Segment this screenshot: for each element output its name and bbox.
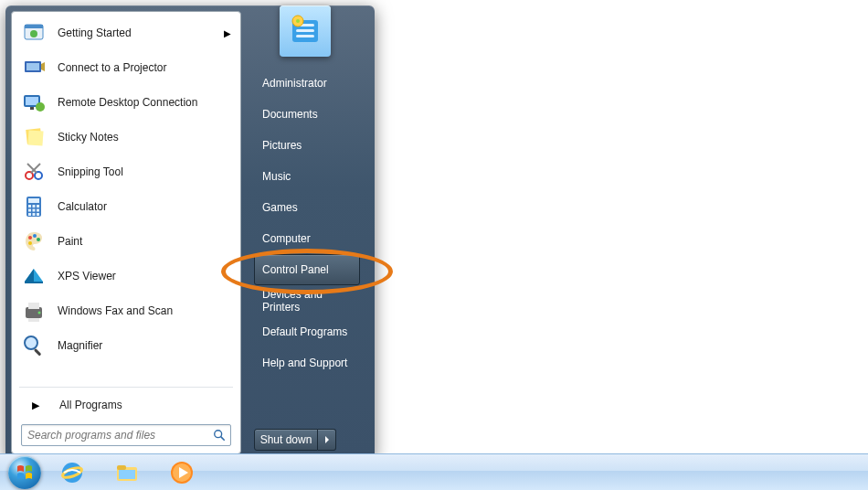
pinned-item-getting-started[interactable]: Getting Started▶ [12, 16, 240, 50]
taskbar [0, 453, 868, 490]
svg-rect-4 [26, 63, 39, 70]
taskbar-item-file-explorer[interactable] [101, 456, 153, 489]
all-programs-button[interactable]: ▶ All Programs [12, 391, 240, 419]
places-item-control-panel[interactable]: Control Panel [254, 254, 360, 285]
shutdown-label: Shut down [260, 433, 312, 446]
pinned-item-label: Paint [58, 235, 231, 248]
pinned-item-sticky-notes[interactable]: Sticky Notes [12, 120, 240, 154]
svg-rect-36 [34, 348, 41, 356]
svg-rect-10 [27, 130, 43, 145]
xps-viewer-icon [19, 261, 48, 291]
pinned-programs-list: Getting Started▶Connect to a ProjectorRe… [12, 16, 240, 383]
places-item-computer[interactable]: Computer [254, 223, 360, 254]
places-item-label: Pictures [262, 139, 302, 152]
shutdown-options-button[interactable] [318, 429, 336, 451]
svg-rect-49 [119, 470, 135, 479]
places-item-pictures[interactable]: Pictures [254, 130, 360, 161]
getting-started-icon [19, 18, 48, 48]
projector-icon [19, 53, 48, 82]
arrow-right-icon [323, 436, 331, 443]
sticky-notes-icon [19, 122, 48, 152]
svg-rect-30 [25, 282, 43, 283]
svg-rect-24 [33, 213, 36, 216]
pinned-item-remote-desktop[interactable]: Remote Desktop Connection [12, 85, 240, 120]
svg-point-34 [38, 312, 41, 314]
start-menu-left-pane: Getting Started▶Connect to a ProjectorRe… [11, 11, 241, 454]
svg-point-26 [28, 236, 32, 240]
shutdown-button[interactable]: Shut down [254, 429, 318, 451]
places-item-label: Help and Support [262, 357, 347, 369]
system-places-list: AdministratorDocumentsPicturesMusicGames… [254, 68, 360, 429]
svg-point-8 [36, 102, 45, 112]
places-item-games[interactable]: Games [254, 192, 360, 223]
svg-point-35 [25, 336, 37, 349]
pinned-item-fax-scan[interactable]: Windows Fax and Scan [12, 293, 240, 328]
svg-rect-48 [117, 465, 126, 470]
snipping-tool-icon [19, 157, 48, 186]
paint-icon [19, 227, 48, 256]
magnifier-icon [19, 331, 48, 360]
places-item-label: Administrator [262, 77, 327, 90]
pinned-item-snipping-tool[interactable]: Snipping Tool [12, 154, 240, 189]
svg-rect-33 [28, 318, 39, 322]
user-tile-icon [287, 13, 323, 49]
search-input[interactable] [22, 429, 208, 442]
places-item-label: Music [262, 170, 291, 183]
pinned-item-magnifier[interactable]: Magnifier [12, 328, 240, 363]
calculator-icon [19, 192, 48, 221]
start-button[interactable] [5, 454, 44, 491]
svg-rect-17 [28, 205, 31, 208]
pinned-item-projector[interactable]: Connect to a Projector [12, 50, 240, 85]
svg-line-38 [221, 437, 224, 440]
pinned-item-label: Calculator [58, 200, 231, 213]
shutdown-area: Shut down [254, 429, 360, 451]
places-item-documents[interactable]: Documents [254, 99, 360, 130]
user-tile[interactable] [280, 5, 331, 57]
svg-rect-6 [26, 97, 38, 105]
places-item-administrator[interactable]: Administrator [254, 68, 360, 99]
places-item-default-programs[interactable]: Default Programs [254, 316, 360, 347]
file-explorer-icon [113, 459, 141, 486]
windows-orb-icon [8, 456, 41, 489]
svg-rect-25 [37, 213, 39, 216]
svg-rect-32 [28, 303, 39, 309]
places-item-label: Control Panel [262, 263, 329, 276]
svg-point-2 [30, 30, 37, 37]
svg-point-28 [37, 238, 40, 241]
internet-explorer-icon [58, 459, 86, 486]
places-item-label: Devices and Printers [262, 288, 352, 314]
svg-rect-18 [33, 205, 36, 208]
remote-desktop-icon [19, 88, 48, 117]
taskbar-item-internet-explorer[interactable] [46, 456, 99, 489]
places-item-music[interactable]: Music [254, 161, 360, 192]
places-item-label: Computer [262, 232, 311, 245]
pinned-item-xps-viewer[interactable]: XPS Viewer [12, 259, 240, 293]
search-icon [208, 429, 230, 442]
places-item-help-and-support[interactable]: Help and Support [254, 347, 360, 378]
pinned-item-label: Sticky Notes [58, 131, 231, 144]
svg-point-27 [33, 234, 37, 238]
svg-point-44 [296, 19, 300, 23]
svg-rect-20 [28, 209, 31, 212]
taskbar-item-media-player[interactable] [155, 456, 208, 489]
pinned-item-label: Connect to a Projector [58, 61, 231, 74]
svg-rect-42 [296, 35, 314, 37]
submenu-arrow-icon: ▶ [224, 28, 231, 38]
svg-rect-22 [37, 209, 39, 212]
pinned-item-label: Windows Fax and Scan [58, 304, 231, 317]
pinned-item-label: Snipping Tool [58, 165, 231, 178]
pinned-item-calculator[interactable]: Calculator [12, 189, 240, 224]
svg-rect-16 [28, 198, 39, 203]
svg-point-29 [28, 241, 32, 245]
svg-rect-41 [296, 29, 314, 32]
taskbar-pinned-area [44, 456, 208, 489]
pinned-item-label: Getting Started [58, 27, 224, 39]
search-box[interactable] [21, 424, 231, 446]
pinned-item-label: XPS Viewer [58, 270, 231, 282]
media-player-icon [168, 459, 196, 486]
svg-rect-21 [33, 209, 36, 212]
places-item-devices-and-printers[interactable]: Devices and Printers [254, 285, 360, 316]
places-item-label: Default Programs [262, 325, 347, 338]
pinned-item-paint[interactable]: Paint [12, 224, 240, 259]
svg-rect-7 [30, 107, 34, 110]
